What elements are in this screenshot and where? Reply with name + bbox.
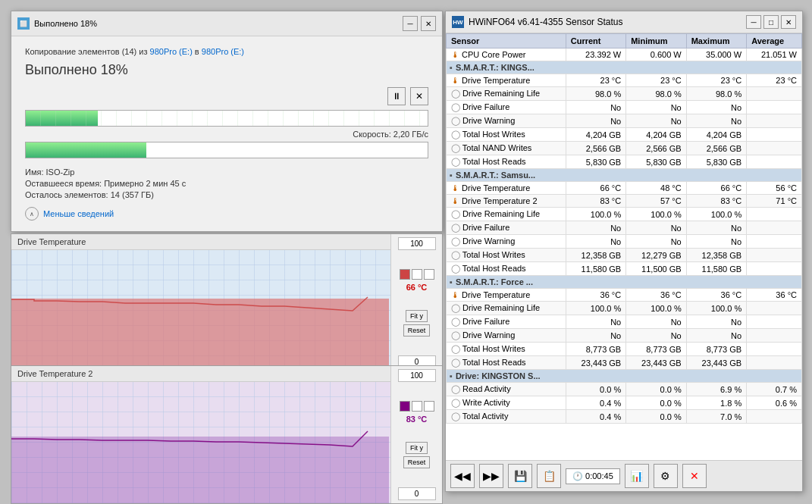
chevron-up-icon: ∧ — [25, 207, 39, 221]
color-swatch-purple[interactable] — [400, 401, 410, 412]
table-row: ◯ Drive Remaining Life98.0 %98.0 %98.0 % — [447, 87, 802, 101]
col-maximum: Maximum — [686, 34, 746, 49]
fit-y-btn-1[interactable]: Fit y — [406, 310, 428, 322]
check-box-4[interactable] — [424, 401, 434, 412]
close-x-btn[interactable]: ✕ — [682, 464, 707, 488]
circle-icon: ◯ — [451, 384, 460, 393]
circle-icon: ◯ — [451, 157, 460, 166]
table-row: ◯ Total Host Writes12,358 GB12,279 GB12,… — [447, 249, 802, 262]
thermo-icon: 🌡 — [451, 76, 459, 85]
circle-icon: ◯ — [451, 317, 460, 326]
hwinfo-icon: HW — [452, 16, 464, 28]
temp-label-1: 66 °C — [406, 283, 428, 292]
col-sensor: Sensor — [447, 34, 566, 49]
drive-temp2-chart — [11, 382, 442, 503]
time-remaining-label: Оставшееся время: Примерно 2 мин 45 с — [25, 179, 428, 188]
drive-temp1-chart-container: 100 66 °C Fit y Reset 0 — [11, 250, 442, 371]
progress-bar-lower — [25, 142, 428, 158]
chart-min-val-2: 0 — [398, 487, 436, 500]
circle-icon: ◯ — [451, 143, 460, 152]
check-box-3[interactable] — [412, 401, 422, 412]
circle-icon: ◯ — [451, 412, 460, 421]
dest-link[interactable]: 980Pro (E:) — [202, 47, 244, 56]
drive-temp2-controls: 100 83 °C Fit y Reset 0 — [390, 366, 442, 503]
speed-label: Скорость: 2,20 ГБ/с — [25, 130, 428, 139]
check-box-2[interactable] — [424, 269, 434, 280]
drive-temp1-chart — [11, 250, 442, 371]
drive-temp1-title: Drive Temperature — [17, 237, 86, 246]
copy-dialog-title-left: ⬜ Выполнено 18% — [17, 17, 97, 30]
color-swatch-red[interactable] — [400, 269, 410, 280]
table-row: ◯ Drive FailureNoNoNo — [447, 315, 802, 329]
color-row-1 — [400, 269, 434, 280]
table-group-row: ▪Drive: KINGSTON S... — [447, 370, 802, 383]
table-row: ◯ Total Host Reads23,443 GB23,443 GB23,4… — [447, 356, 802, 370]
hwinfo-window-controls[interactable]: ─ □ ✕ — [746, 15, 796, 29]
copy-info-line: Копирование элементов (14) из 980Pro (E:… — [25, 47, 428, 56]
drive-temp1-controls: 100 66 °C Fit y Reset 0 — [390, 234, 442, 371]
circle-icon: ◯ — [451, 344, 460, 353]
hwinfo-close-btn[interactable]: ✕ — [781, 15, 796, 29]
save-btn[interactable]: 💾 — [508, 464, 532, 488]
drive-temp2-panel: Drive Temperature 2 100 83 °C Fit y Rese — [11, 365, 443, 504]
hwinfo-table-container[interactable]: Sensor Current Minimum Maximum Average 🌡… — [446, 33, 802, 460]
close-button[interactable]: ✕ — [421, 16, 436, 31]
thermo-icon: 🌡 — [451, 196, 459, 205]
drive-temp2-chart-container: 100 83 °C Fit y Reset 0 — [11, 382, 442, 503]
table-row: 🌡 Drive Temperature23 °C23 °C23 °C23 °C — [447, 74, 802, 87]
pause-button[interactable]: ⏸ — [387, 87, 406, 105]
color-row-2 — [400, 401, 434, 412]
drive-temp2-title: Drive Temperature 2 — [17, 369, 92, 378]
table-group-row: ▪S.M.A.R.T.: KINGS... — [447, 61, 802, 74]
temp-label-2: 83 °C — [406, 415, 428, 424]
less-details-label: Меньше сведений — [43, 209, 114, 218]
back-btn[interactable]: ◀◀ — [450, 464, 475, 488]
settings-btn[interactable]: ⚙ — [654, 464, 678, 488]
clipboard-btn[interactable]: 📋 — [537, 464, 561, 488]
reset-btn-2[interactable]: Reset — [403, 456, 431, 468]
table-row: ◯ Total Host Reads5,830 GB5,830 GB5,830 … — [447, 155, 802, 169]
copy-dialog-icon: ⬜ — [17, 17, 30, 30]
table-row: 🌡 Drive Temperature 283 °C57 °C83 °C71 °… — [447, 195, 802, 208]
hwinfo-title: HWiNFO64 v6.41-4355 Sensor Status — [469, 17, 622, 27]
fit-y-btn-2[interactable]: Fit y — [406, 442, 428, 454]
thermo-icon: 🌡 — [451, 50, 459, 59]
circle-icon: ◯ — [451, 250, 460, 259]
table-row: ◯ Drive WarningNoNoNo — [447, 235, 802, 249]
chart-svg-1 — [11, 250, 442, 371]
minimize-button[interactable]: ─ — [403, 16, 418, 31]
col-average: Average — [747, 34, 802, 49]
forward-btn[interactable]: ▶▶ — [479, 464, 503, 488]
chart-max-val-1: 100 — [398, 237, 436, 250]
copy-dialog-controls[interactable]: ─ ✕ — [403, 16, 436, 31]
copy-dialog: ⬜ Выполнено 18% ─ ✕ Копирование элементо… — [11, 11, 443, 232]
hwinfo-panel: HW HWiNFO64 v6.41-4355 Sensor Status ─ □… — [445, 11, 803, 492]
col-current: Current — [566, 34, 625, 49]
hwinfo-minimize-btn[interactable]: ─ — [746, 15, 761, 29]
circle-icon: ◯ — [451, 303, 460, 312]
check-box-1[interactable] — [412, 269, 422, 280]
circle-icon: ◯ — [451, 264, 460, 273]
cancel-button[interactable]: ✕ — [410, 87, 428, 105]
copy-dialog-titlebar: ⬜ Выполнено 18% ─ ✕ — [11, 11, 442, 36]
circle-icon: ◯ — [451, 89, 460, 98]
progress-title: Выполнено 18% — [25, 62, 428, 78]
table-row: ◯ Drive FailureNoNoNo — [447, 221, 802, 235]
table-row: ◯ Drive Remaining Life100.0 %100.0 %100.… — [447, 302, 802, 315]
time-value: 0:00:45 — [585, 471, 613, 481]
reset-btn-1[interactable]: Reset — [403, 324, 431, 337]
circle-icon: ◯ — [451, 130, 460, 139]
hwinfo-title-left: HW HWiNFO64 v6.41-4355 Sensor Status — [452, 16, 622, 28]
table-row: 🌡 Drive Temperature36 °C36 °C36 °C36 °C — [447, 289, 802, 302]
less-details-button[interactable]: ∧ Меньше сведений — [25, 207, 428, 221]
table-row: ◯ Total Host Reads11,580 GB11,500 GB11,5… — [447, 262, 802, 276]
table-row: ◯ Drive FailureNoNoNo — [447, 101, 802, 114]
items-left-label: Осталось элементов: 14 (357 ГБ) — [25, 190, 428, 199]
hwinfo-table: Sensor Current Minimum Maximum Average 🌡… — [446, 33, 802, 424]
copy-dialog-title: Выполнено 18% — [34, 19, 97, 28]
chart-btn-bottom[interactable]: 📊 — [625, 464, 649, 488]
table-group-row: ▪S.M.A.R.T.: Samsu... — [447, 169, 802, 182]
source-link[interactable]: 980Pro (E:) — [150, 47, 193, 56]
hwinfo-maximize-btn[interactable]: □ — [763, 15, 779, 29]
copy-dialog-content: Копирование элементов (14) из 980Pro (E:… — [11, 36, 442, 231]
